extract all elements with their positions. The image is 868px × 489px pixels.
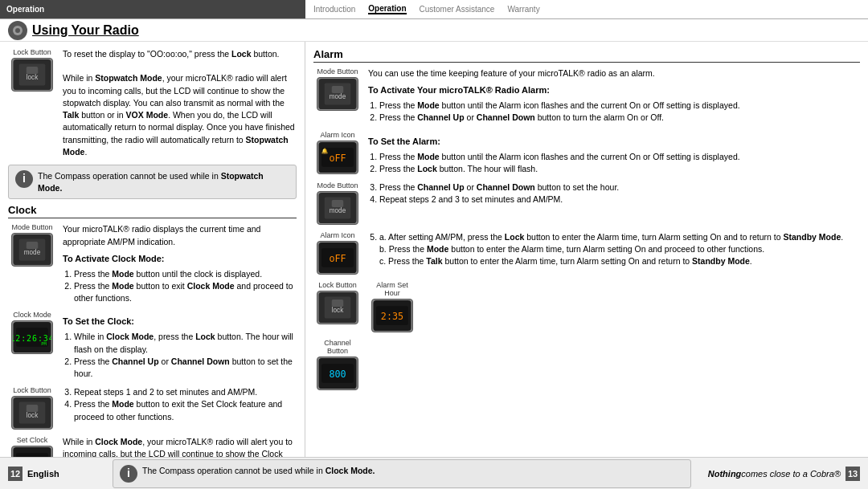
tab-operation[interactable]: Operation — [368, 4, 406, 14]
clock-mode-image-box: Clock Mode 12:26:34 PM — [8, 311, 56, 380]
clock-footer-text: While in Clock Mode, your microTALK® rad… — [63, 436, 297, 457]
tab-warranty[interactable]: Warranty — [507, 5, 539, 14]
channel-button-label: Channel Button — [313, 339, 362, 355]
alarm-set-hour-box: Alarm Set Hour 2:35 — [368, 281, 416, 332]
alarm-mode-mid-img: mode — [317, 191, 358, 225]
set-clock-title: To Set the Clock: — [63, 316, 297, 328]
alarm-section-header: Alarm — [313, 48, 860, 63]
set-clock-img: 12:26:24 PM — [11, 446, 53, 457]
bottom-bar-center: i The Compass operation cannot be used w… — [113, 459, 691, 488]
set-clock-img-label: Set Clock — [17, 436, 48, 444]
svg-text:lock: lock — [27, 74, 39, 81]
lock-button-bottom-img: lock — [11, 396, 53, 430]
alarm-set-step-3: Press the Channel Up or Channel Down but… — [379, 181, 860, 194]
alarm-activate-step-1: Press the Mode button until the Alarm ic… — [379, 100, 860, 112]
operation-tab-header: Operation — [0, 0, 305, 18]
svg-text:lock: lock — [27, 413, 39, 420]
channel-button-img: 800 — [317, 357, 358, 390]
mode-button-row: Mode Button mode Your microTALK® radio d… — [8, 223, 297, 304]
right-page: Alarm Mode Button mode You can — [305, 42, 868, 457]
alarm-mode-button-box: Mode Button mode — [313, 67, 362, 124]
alarm-mode-button-label: Mode Button — [317, 67, 358, 75]
svg-text:mode: mode — [330, 207, 346, 214]
clock-mode-row: Clock Mode 12:26:34 PM To Set the Clock:… — [8, 311, 297, 380]
alarm-icon-top-row: Alarm Icon oFF 🔔 To Set the Alarm: Press… — [313, 131, 860, 175]
alarm-section: Alarm Mode Button mode You can — [313, 48, 860, 390]
page-number-left: 12 — [8, 467, 23, 481]
lock-button-image-box: Lock Button lock — [8, 48, 56, 158]
set-steps-cont: Repeat steps 1 and 2 to set minutes and … — [63, 386, 297, 430]
set-step-1: While in Clock Mode, press the Lock butt… — [74, 331, 297, 355]
set-step-3: Repeat steps 1 and 2 to set minutes and … — [74, 386, 297, 398]
bottom-bar-left: 12 English — [8, 467, 104, 481]
lock-button-top-label: Lock Button — [13, 48, 51, 56]
alarm-set-hour-label: Alarm Set Hour — [368, 281, 416, 297]
clock-mode-label: Clock Mode — [13, 311, 51, 319]
lock-button-bottom-image-box: Lock Button lock — [8, 386, 56, 430]
alarm-set-step-5: a. After setting AM/PM, press the Lock b… — [379, 231, 860, 268]
left-page: Lock Button lock To reset the display to… — [0, 42, 305, 457]
svg-text:mode: mode — [330, 93, 346, 100]
clock-section-header: Clock — [8, 204, 297, 218]
tab-introduction[interactable]: Introduction — [313, 5, 355, 14]
alarm-icon-top-img: oFF 🔔 — [317, 141, 358, 174]
svg-text:800: 800 — [329, 368, 346, 379]
compass-stopwatch-notice: i The Compass operation cannot be used w… — [8, 165, 297, 199]
alarm-set-hour-img: 2:35 — [371, 299, 413, 332]
clock-section: Clock Mode Button mode Your mic — [8, 204, 297, 457]
tab-customer-assistance[interactable]: Customer Assistance — [420, 5, 495, 14]
lock-button-section: Lock Button lock To reset the display to… — [8, 48, 297, 158]
svg-text:oFF: oFF — [329, 252, 346, 263]
bottom-bar: 12 English i The Compass operation canno… — [0, 457, 868, 489]
svg-rect-5 — [27, 67, 38, 74]
svg-text:2:35: 2:35 — [381, 310, 403, 321]
lock-reset-text: To reset the display to "OO:oo:oo," pres… — [63, 48, 297, 158]
alarm-intro-text: You can use the time keeping feature of … — [368, 67, 860, 124]
alarm-icon-top-box: Alarm Icon oFF 🔔 — [313, 131, 362, 175]
alarm-lock-label: Lock Button — [318, 281, 357, 289]
svg-text:PM: PM — [41, 341, 47, 346]
tagline: Nothingcomes close to a Cobra® — [708, 469, 841, 479]
notice-icon-stopwatch: i — [15, 170, 33, 188]
lock-button-top-img: lock — [11, 58, 53, 92]
alarm-mode-button-img: mode — [317, 77, 358, 111]
clock-mode-notice-text: The Compass operation cannot be used whi… — [142, 465, 375, 477]
clock-mode-notice: i The Compass operation cannot be used w… — [113, 459, 691, 488]
set-step-4: Press the Mode button to exit the Set Cl… — [74, 398, 297, 422]
activate-step-1: Press the Mode button until the clock is… — [74, 268, 297, 280]
nav-tabs-bar: Introduction Operation Customer Assistan… — [305, 0, 868, 18]
alarm-lock-img: lock — [317, 291, 358, 324]
alarm-icon-mid-box: Alarm Icon oFF — [313, 231, 362, 275]
activate-step-2: Press the Mode button to exit Clock Mode… — [74, 280, 297, 304]
svg-text:🔔: 🔔 — [321, 147, 328, 153]
page-title: Using Your Radio — [32, 23, 139, 38]
lock-button-set-row: Lock Button lock Repeat steps 1 and 2 to… — [8, 386, 297, 430]
alarm-lock-row: Lock Button lock Alarm Set Hour — [313, 281, 860, 332]
language-label: English — [27, 469, 59, 479]
set-clock-img-row: Set Clock 12:26:24 PM While in Clock Mod… — [8, 436, 297, 457]
svg-rect-17 — [27, 405, 38, 412]
alarm-set-step-5-text: a. After setting AM/PM, press the Lock b… — [368, 231, 860, 275]
alarm-set-step-2: Press the Lock button. The hour will fla… — [379, 163, 860, 175]
svg-text:lock: lock — [332, 307, 344, 314]
svg-rect-9 — [27, 242, 38, 249]
mode-button-image-box: Mode Button mode — [8, 223, 56, 304]
channel-button-row: Channel Button 800 — [313, 339, 860, 390]
alarm-set-step-1: Press the Mode button until the Alarm ic… — [379, 151, 860, 163]
alarm-mode-mid-row: Mode Button mode Press the Channel Up or… — [313, 181, 860, 225]
clock-intro-text: Your microTALK® radio displays the curre… — [63, 223, 297, 304]
alarm-set-steps-cont: Press the Channel Up or Channel Down but… — [368, 181, 860, 225]
set-clock-image-box: Set Clock 12:26:24 PM — [8, 436, 56, 457]
bottom-bar-right: Nothingcomes close to a Cobra® 13 — [699, 467, 860, 481]
alarm-set-step-4: Repeat steps 2 and 3 to set minutes and … — [379, 194, 860, 206]
alarm-icon-mid-img: oFF — [317, 241, 358, 275]
svg-rect-25 — [332, 86, 343, 93]
lock-button-bottom-label: Lock Button — [13, 386, 51, 394]
clock-mode-img: 12:26:34 PM — [11, 320, 53, 354]
alarm-icon-mid-label: Alarm Icon — [320, 231, 354, 239]
operation-label: Operation — [6, 5, 44, 14]
notice-stopwatch-text: The Compass operation cannot be used whi… — [38, 170, 289, 194]
set-clock-text: To Set the Clock: While in Clock Mode, p… — [63, 311, 297, 380]
alarm-set-section: To Set the Alarm: Press the Mode button … — [368, 131, 860, 175]
alarm-mode-button-row: Mode Button mode You can use the time ke… — [313, 67, 860, 124]
